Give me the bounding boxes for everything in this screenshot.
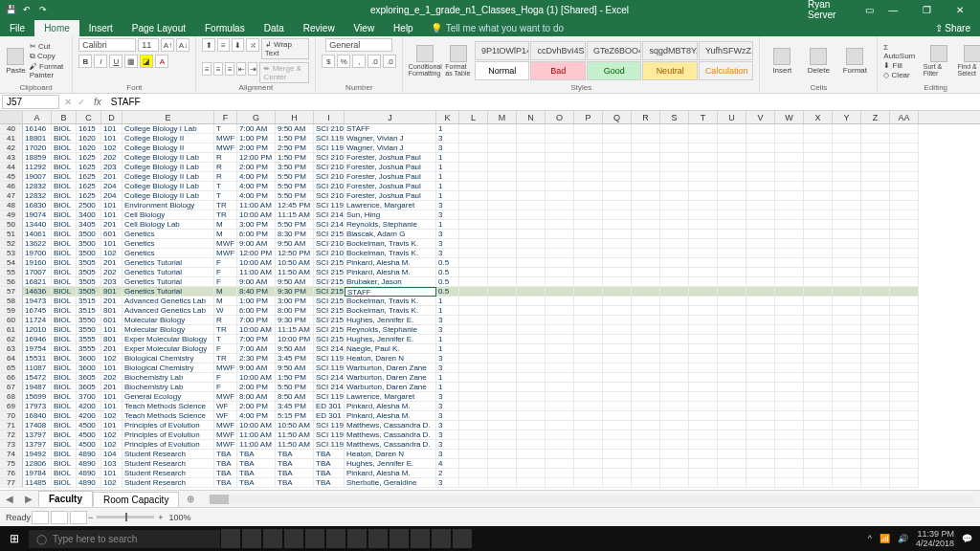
horizontal-scrollbar[interactable] [208, 495, 974, 504]
cell[interactable] [574, 316, 603, 325]
row-header[interactable]: 43 [0, 153, 23, 163]
cell[interactable]: Warburton, Daren Zane [345, 364, 436, 373]
cell[interactable] [833, 402, 861, 411]
cell[interactable]: 11485 [23, 478, 52, 488]
cell[interactable]: 3600 [77, 364, 101, 373]
cell[interactable]: SCI 214 [314, 383, 345, 392]
cell[interactable]: TBA [276, 450, 314, 459]
cell[interactable]: 18859 [23, 153, 52, 163]
row-66[interactable]: 6615472BIOL3605202Biochemistry LabF10:00… [0, 373, 980, 383]
tab-help[interactable]: Help [384, 20, 423, 36]
cell[interactable] [746, 163, 775, 172]
cell[interactable]: Exper Molecular Biology [122, 335, 214, 344]
merge-button[interactable]: ⬌ Merge & Center [259, 62, 309, 83]
cell[interactable]: MWF [214, 392, 237, 402]
cell[interactable] [775, 306, 804, 316]
cell[interactable] [833, 268, 861, 277]
cell[interactable]: 15531 [23, 354, 52, 364]
cell[interactable] [861, 277, 890, 287]
cell[interactable]: 3 [436, 210, 459, 220]
cell[interactable]: 17020 [23, 143, 52, 153]
cell[interactable]: 0.5 [436, 268, 459, 277]
cell[interactable]: TBA [214, 469, 237, 478]
cell[interactable] [546, 354, 574, 364]
cell[interactable] [574, 440, 603, 450]
cell[interactable] [632, 306, 660, 316]
cell[interactable] [775, 344, 804, 354]
cell[interactable] [660, 191, 689, 201]
cell[interactable]: 4:00 PM [237, 191, 276, 201]
cell[interactable] [890, 268, 919, 277]
cell[interactable]: MWF [214, 430, 237, 440]
cell[interactable] [517, 478, 546, 488]
cell[interactable]: 201 [101, 297, 122, 306]
cell[interactable] [746, 421, 775, 430]
cell[interactable]: M [214, 297, 237, 306]
cell[interactable] [890, 287, 919, 297]
cell[interactable]: 9:30 PM [276, 287, 314, 297]
cell[interactable]: F [214, 277, 237, 287]
cell[interactable] [517, 134, 546, 143]
cell[interactable] [718, 134, 746, 143]
row-40[interactable]: 4016146BIOL1615101College Biology I LabT… [0, 124, 980, 134]
underline-button[interactable]: U [109, 55, 122, 68]
cell[interactable] [488, 383, 517, 392]
cell[interactable] [890, 277, 919, 287]
cell[interactable] [517, 182, 546, 191]
cell[interactable] [660, 277, 689, 287]
cell[interactable]: BIOL [52, 230, 77, 239]
cell[interactable] [689, 210, 718, 220]
cell[interactable]: 801 [101, 306, 122, 316]
cell[interactable]: 6:00 PM [237, 306, 276, 316]
cell[interactable] [804, 239, 833, 249]
cell[interactable]: 18801 [23, 134, 52, 143]
cell[interactable] [459, 373, 488, 383]
save-icon[interactable]: 💾 [4, 3, 17, 16]
cell[interactable] [603, 201, 632, 210]
cell[interactable] [632, 153, 660, 163]
cell[interactable]: 11:00 AM [237, 440, 276, 450]
row-74[interactable]: 7419492BIOL4890104Student ResearchTBATBA… [0, 450, 980, 459]
cell[interactable] [775, 210, 804, 220]
cell[interactable]: 1:50 PM [276, 153, 314, 163]
row-76[interactable]: 7619784BIOL4890101Student ResearchTBATBA… [0, 469, 980, 478]
cell[interactable] [890, 306, 919, 316]
zoom-out-icon[interactable]: − [88, 513, 93, 522]
cell[interactable]: 601 [101, 230, 122, 239]
cell[interactable] [660, 220, 689, 230]
cell[interactable]: 1:00 PM [237, 297, 276, 306]
cell[interactable]: 3 [436, 392, 459, 402]
cell[interactable] [775, 478, 804, 488]
cell[interactable]: BIOL [52, 392, 77, 402]
cell[interactable]: BIOL [52, 402, 77, 411]
cell[interactable] [488, 373, 517, 383]
cell[interactable] [775, 220, 804, 230]
cell[interactable]: 10:00 AM [237, 258, 276, 268]
cell[interactable] [804, 153, 833, 163]
row-header[interactable]: 49 [0, 210, 23, 220]
cell[interactable]: BIOL [52, 450, 77, 459]
cell[interactable] [517, 325, 546, 335]
cell[interactable]: BIOL [52, 143, 77, 153]
cell[interactable]: 12010 [23, 325, 52, 335]
cell[interactable]: Blascak, Adam G [345, 230, 436, 239]
cell[interactable] [660, 450, 689, 459]
cell[interactable] [861, 364, 890, 373]
tab-data[interactable]: Data [255, 20, 294, 36]
font-size[interactable]: 11 [138, 38, 159, 52]
cell[interactable]: 19487 [23, 383, 52, 392]
cell[interactable] [603, 239, 632, 249]
cell[interactable]: 1 [436, 163, 459, 172]
cell[interactable] [890, 450, 919, 459]
cell[interactable]: 1:00 PM [237, 134, 276, 143]
cell[interactable] [718, 450, 746, 459]
cell[interactable] [517, 411, 546, 421]
cell[interactable] [890, 239, 919, 249]
cell[interactable] [660, 153, 689, 163]
cell[interactable]: BIOL [52, 373, 77, 383]
cell[interactable] [632, 478, 660, 488]
row-71[interactable]: 7117408BIOL4500101Principles of Evolutio… [0, 421, 980, 430]
row-65[interactable]: 6511087BIOL3600101Biological ChemistryMW… [0, 364, 980, 373]
cell[interactable] [546, 143, 574, 153]
cell[interactable] [488, 440, 517, 450]
